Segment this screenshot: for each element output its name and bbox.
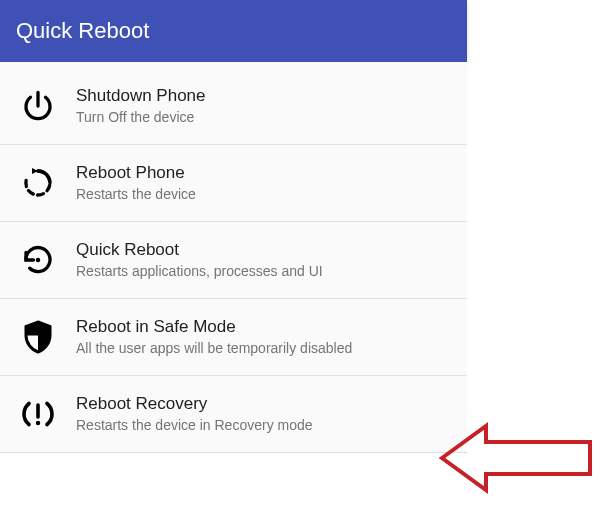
- item-subtitle: All the user apps will be temporarily di…: [76, 339, 453, 358]
- item-text: Reboot Recovery Restarts the device in R…: [76, 394, 453, 435]
- item-subtitle: Restarts the device: [76, 185, 453, 204]
- item-subtitle: Restarts the device in Recovery mode: [76, 416, 453, 435]
- item-title: Shutdown Phone: [76, 86, 453, 106]
- restart-icon: [16, 161, 60, 205]
- item-text: Shutdown Phone Turn Off the device: [76, 86, 453, 127]
- item-text: Quick Reboot Restarts applications, proc…: [76, 240, 453, 281]
- app-title: Quick Reboot: [16, 18, 149, 43]
- list-item-shutdown[interactable]: Shutdown Phone Turn Off the device: [0, 62, 467, 145]
- svg-marker-0: [32, 168, 38, 174]
- power-icon: [16, 84, 60, 128]
- item-title: Quick Reboot: [76, 240, 453, 260]
- item-subtitle: Restarts applications, processes and UI: [76, 262, 453, 281]
- history-icon: [16, 238, 60, 282]
- item-title: Reboot in Safe Mode: [76, 317, 453, 337]
- svg-point-1: [36, 258, 41, 263]
- shield-icon: [16, 315, 60, 359]
- list-item-recovery[interactable]: Reboot Recovery Restarts the device in R…: [0, 376, 467, 453]
- item-subtitle: Turn Off the device: [76, 108, 453, 127]
- app-container: Quick Reboot Shutdown Phone Turn Off the…: [0, 0, 467, 453]
- item-title: Reboot Phone: [76, 163, 453, 183]
- item-title: Reboot Recovery: [76, 394, 453, 414]
- item-text: Reboot Phone Restarts the device: [76, 163, 453, 204]
- item-text: Reboot in Safe Mode All the user apps wi…: [76, 317, 453, 358]
- list-item-reboot[interactable]: Reboot Phone Restarts the device: [0, 145, 467, 222]
- svg-point-3: [36, 421, 41, 426]
- list-item-quick-reboot[interactable]: Quick Reboot Restarts applications, proc…: [0, 222, 467, 299]
- app-header: Quick Reboot: [0, 0, 467, 62]
- action-list: Shutdown Phone Turn Off the device Reboo…: [0, 62, 467, 453]
- list-item-safe-mode[interactable]: Reboot in Safe Mode All the user apps wi…: [0, 299, 467, 376]
- recovery-icon: [16, 392, 60, 436]
